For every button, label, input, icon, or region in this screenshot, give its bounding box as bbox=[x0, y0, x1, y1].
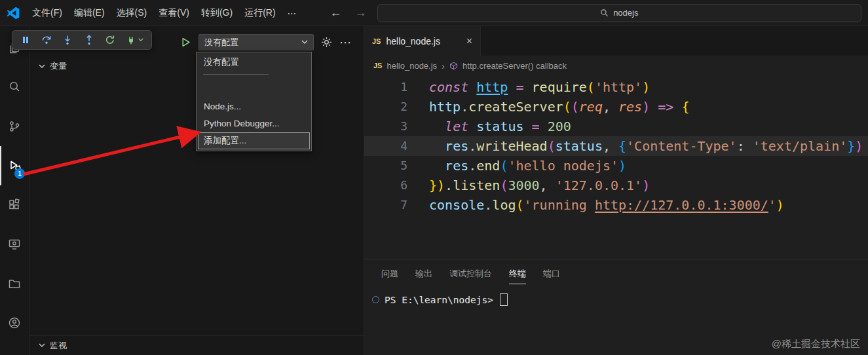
code-token: ( bbox=[500, 178, 508, 193]
config-option-add-configuration[interactable]: 添加配置... bbox=[198, 132, 310, 149]
line-number: 3 bbox=[364, 117, 407, 136]
menu-run[interactable]: 运行(R) bbox=[238, 5, 281, 22]
code-token: ) bbox=[855, 138, 863, 154]
code-token: . bbox=[468, 138, 476, 154]
code-token bbox=[673, 99, 681, 115]
panel-tab-debug-console[interactable]: 调试控制台 bbox=[443, 265, 499, 282]
menu-go[interactable]: 转到(G) bbox=[195, 5, 238, 22]
code-token: status bbox=[556, 138, 603, 154]
panel-tab-problems[interactable]: 问题 bbox=[375, 265, 405, 282]
panel-tab-ports[interactable]: 端口 bbox=[537, 265, 567, 282]
start-debug-button[interactable] bbox=[180, 37, 191, 48]
code-token bbox=[429, 119, 445, 134]
breadcrumb-file[interactable]: hello_node.js bbox=[387, 61, 437, 71]
tab-hello-node-js[interactable]: JS hello_node.js × bbox=[364, 26, 481, 56]
code-line: 6}).listen(3000, '127.0.0.1') bbox=[364, 176, 868, 195]
activity-remote-explorer[interactable] bbox=[0, 225, 29, 264]
code-text: res.writeHead(status, {'Content-Type': '… bbox=[407, 136, 863, 156]
back-arrow-icon[interactable]: ← bbox=[330, 6, 342, 20]
panel-tab-bar: 问题 输出 调试控制台 终端 端口 bbox=[364, 259, 868, 282]
code-token: ( bbox=[500, 158, 508, 174]
code-token: ) bbox=[437, 178, 445, 193]
menu-edit[interactable]: 编辑(E) bbox=[68, 5, 111, 22]
menu-file[interactable]: 文件(F) bbox=[26, 5, 68, 22]
activity-run-debug[interactable]: 1 bbox=[0, 146, 29, 185]
code-editor[interactable]: 1const http = require('http')2http.creat… bbox=[364, 75, 868, 215]
activity-bar: 1 bbox=[0, 26, 29, 355]
code-token: log bbox=[492, 197, 516, 213]
chevron-down-icon bbox=[301, 40, 308, 45]
config-option-python-debugger[interactable]: Python Debugger... bbox=[198, 115, 310, 132]
code-token: ) bbox=[642, 79, 650, 95]
code-token: ' bbox=[768, 197, 776, 213]
code-line: 4 res.writeHead(status, {'Content-Type':… bbox=[364, 136, 868, 156]
code-token bbox=[611, 99, 618, 115]
code-token bbox=[468, 119, 476, 134]
javascript-file-icon: JS bbox=[372, 37, 381, 45]
code-token bbox=[524, 119, 532, 134]
symbol-method-icon bbox=[449, 62, 458, 70]
restart-icon[interactable] bbox=[105, 35, 115, 45]
code-token: . bbox=[461, 99, 468, 115]
step-into-icon[interactable] bbox=[62, 35, 73, 45]
panel-tab-terminal[interactable]: 终端 bbox=[502, 265, 533, 282]
forward-arrow-icon[interactable]: → bbox=[355, 6, 367, 20]
code-token bbox=[650, 99, 658, 115]
code-token: , bbox=[540, 178, 548, 193]
terminal-prompt: PS E:\learn\nodejs> bbox=[385, 295, 493, 305]
code-token: status bbox=[476, 119, 523, 134]
menu-more-icon[interactable]: ⋯ bbox=[282, 5, 303, 21]
code-token bbox=[508, 79, 516, 95]
step-over-icon[interactable] bbox=[41, 35, 52, 45]
activity-folder-library[interactable] bbox=[0, 264, 29, 303]
panel-tab-output[interactable]: 输出 bbox=[409, 265, 439, 282]
code-text: let status = 200 bbox=[407, 117, 571, 136]
config-option-nodejs[interactable]: Node.js... bbox=[198, 98, 310, 115]
search-icon bbox=[600, 9, 609, 17]
watch-section-header[interactable]: 监视 bbox=[29, 335, 364, 355]
code-token: } bbox=[429, 178, 437, 193]
activity-search[interactable] bbox=[0, 67, 29, 107]
line-number: 1 bbox=[364, 77, 407, 97]
code-token: 200 bbox=[548, 119, 571, 134]
debug-config-dropdown[interactable]: 没有配置 bbox=[198, 34, 314, 50]
code-line: 1const http = require('http') bbox=[364, 77, 868, 97]
title-bar: 文件(F) 编辑(E) 选择(S) 查看(V) 转到(G) 运行(R) ⋯ ← … bbox=[0, 0, 868, 26]
code-line: 2http.createServer((req, res) => { bbox=[364, 97, 868, 117]
code-text: http.createServer((req, res) => { bbox=[407, 97, 689, 117]
close-tab-icon[interactable]: × bbox=[466, 36, 472, 47]
debug-toolbar bbox=[12, 30, 152, 50]
debug-more-actions-icon[interactable]: ⋯ bbox=[339, 35, 352, 50]
code-text: res.end('hello nodejs') bbox=[407, 156, 626, 176]
code-token: , bbox=[603, 99, 611, 115]
debug-settings-gear-icon[interactable] bbox=[321, 37, 332, 48]
workbench: 1 没有配置 bbox=[0, 26, 868, 355]
command-center-search[interactable]: nodejs bbox=[377, 4, 861, 22]
code-token: 3000 bbox=[508, 178, 539, 193]
code-token: ( bbox=[571, 99, 579, 115]
activity-account[interactable] bbox=[0, 303, 29, 343]
activity-extensions[interactable] bbox=[0, 185, 29, 225]
code-text: const http = require('http') bbox=[407, 77, 650, 97]
code-token: end bbox=[476, 158, 500, 174]
menu-view[interactable]: 查看(V) bbox=[153, 5, 195, 22]
code-token: = bbox=[532, 119, 540, 134]
disconnect-icon[interactable] bbox=[126, 35, 143, 45]
pause-icon[interactable] bbox=[20, 35, 31, 45]
code-token: ) bbox=[642, 178, 650, 193]
menu-selection[interactable]: 选择(S) bbox=[111, 5, 153, 22]
step-out-icon[interactable] bbox=[84, 35, 94, 45]
terminal[interactable]: PS E:\learn\nodejs> bbox=[372, 293, 868, 306]
code-line: 5 res.end('hello nodejs') bbox=[364, 156, 868, 176]
javascript-file-icon: JS bbox=[373, 62, 382, 69]
history-navigation: ← → bbox=[330, 6, 367, 20]
source-control-icon bbox=[7, 119, 22, 134]
code-token bbox=[611, 138, 618, 154]
code-token: ( bbox=[563, 99, 571, 115]
code-token: = bbox=[516, 79, 523, 95]
breadcrumb: JS hello_node.js › http.createServer() c… bbox=[364, 56, 868, 75]
config-option-none[interactable]: 没有配置 bbox=[198, 54, 310, 71]
activity-source-control[interactable] bbox=[0, 107, 29, 146]
breadcrumb-symbol[interactable]: http.createServer() callback bbox=[462, 61, 567, 71]
variables-section-header[interactable]: 变量 bbox=[39, 60, 67, 72]
